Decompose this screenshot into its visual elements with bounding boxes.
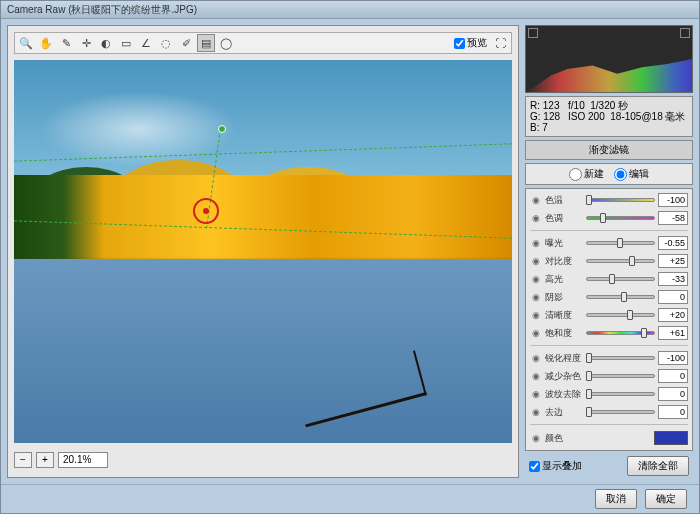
mode-radios: 新建 编辑: [525, 163, 693, 185]
tint-label: 色调: [545, 212, 583, 225]
panel-title: 渐变滤镜: [525, 140, 693, 160]
eye-icon[interactable]: ◉: [530, 194, 542, 206]
cancel-button[interactable]: 取消: [595, 489, 637, 509]
eye-icon[interactable]: ◉: [530, 432, 542, 444]
photo-canvas: [14, 60, 512, 443]
zoom-bar: − + 20.1%: [14, 449, 512, 471]
preview-checkbox[interactable]: 预览: [454, 36, 487, 50]
radio-new[interactable]: 新建: [569, 167, 604, 181]
temp-slider[interactable]: [586, 194, 655, 206]
eye-icon[interactable]: ◉: [530, 309, 542, 321]
image-preview[interactable]: [14, 60, 512, 443]
zoom-tool-icon[interactable]: 🔍: [17, 34, 35, 52]
sharpness-slider[interactable]: [586, 352, 655, 364]
content-area: 🔍 ✋ ✎ ✛ ◐ ▭ ∠ ◌ ✐ ▤ ◯ 预览 ⛶ − + 20.1%: [1, 19, 699, 484]
eye-icon[interactable]: ◉: [530, 388, 542, 400]
saturation-label: 饱和度: [545, 327, 583, 340]
moire-label: 波纹去除: [545, 388, 583, 401]
contrast-label: 对比度: [545, 255, 583, 268]
temp-value[interactable]: -100: [658, 193, 688, 207]
eye-icon[interactable]: ◉: [530, 237, 542, 249]
contrast-value[interactable]: +25: [658, 254, 688, 268]
camera-raw-window: Camera Raw (秋日暖阳下的缤纷世界.JPG) 🔍 ✋ ✎ ✛ ◐ ▭ …: [0, 0, 700, 514]
toolbar: 🔍 ✋ ✎ ✛ ◐ ▭ ∠ ◌ ✐ ▤ ◯ 预览 ⛶: [14, 32, 512, 54]
eye-icon[interactable]: ◉: [530, 255, 542, 267]
white-balance-tool-icon[interactable]: ✎: [57, 34, 75, 52]
preview-label: 预览: [467, 36, 487, 50]
clarity-label: 清晰度: [545, 309, 583, 322]
eye-icon[interactable]: ◉: [530, 212, 542, 224]
left-panel: 🔍 ✋ ✎ ✛ ◐ ▭ ∠ ◌ ✐ ▤ ◯ 预览 ⛶ − + 20.1%: [7, 25, 519, 478]
exposure-value[interactable]: -0.55: [658, 236, 688, 250]
eye-icon[interactable]: ◉: [530, 273, 542, 285]
noise-value[interactable]: 0: [658, 369, 688, 383]
contrast-slider[interactable]: [586, 255, 655, 267]
shadows-slider[interactable]: [586, 291, 655, 303]
crop-tool-icon[interactable]: ▭: [117, 34, 135, 52]
defringe-label: 去边: [545, 406, 583, 419]
eye-icon[interactable]: ◉: [530, 327, 542, 339]
saturation-slider[interactable]: [586, 327, 655, 339]
moire-value[interactable]: 0: [658, 387, 688, 401]
temp-label: 色温: [545, 194, 583, 207]
defringe-value[interactable]: 0: [658, 405, 688, 419]
eye-icon[interactable]: ◉: [530, 406, 542, 418]
eye-icon[interactable]: ◉: [530, 291, 542, 303]
moire-slider[interactable]: [586, 388, 655, 400]
spot-removal-tool-icon[interactable]: ◌: [157, 34, 175, 52]
fullscreen-icon[interactable]: ⛶: [491, 34, 509, 52]
straighten-tool-icon[interactable]: ∠: [137, 34, 155, 52]
shadow-clip-icon[interactable]: [528, 28, 538, 38]
exposure-slider[interactable]: [586, 237, 655, 249]
highlights-label: 高光: [545, 273, 583, 286]
zoom-in-button[interactable]: +: [36, 452, 54, 468]
graduated-filter-tool-icon[interactable]: ▤: [197, 34, 215, 52]
defringe-slider[interactable]: [586, 406, 655, 418]
exposure-label: 曝光: [545, 237, 583, 250]
highlight-clip-icon[interactable]: [680, 28, 690, 38]
highlights-value[interactable]: -33: [658, 272, 688, 286]
zoom-out-button[interactable]: −: [14, 452, 32, 468]
radio-edit[interactable]: 编辑: [614, 167, 649, 181]
eye-icon[interactable]: ◉: [530, 370, 542, 382]
color-swatch[interactable]: [654, 431, 688, 445]
tint-value[interactable]: -58: [658, 211, 688, 225]
noise-slider[interactable]: [586, 370, 655, 382]
highlights-slider[interactable]: [586, 273, 655, 285]
window-title: Camera Raw (秋日暖阳下的缤纷世界.JPG): [1, 1, 699, 19]
noise-label: 减少杂色: [545, 370, 583, 383]
clarity-slider[interactable]: [586, 309, 655, 321]
hand-tool-icon[interactable]: ✋: [37, 34, 55, 52]
brush-tool-icon[interactable]: ✐: [177, 34, 195, 52]
sharpness-value[interactable]: -100: [658, 351, 688, 365]
info-readout: R: 123 G: 128 B: 7 f/10 1/320 秒 ISO 200 …: [525, 96, 693, 137]
overlay-row: 显示叠加 清除全部: [525, 454, 693, 478]
tint-slider[interactable]: [586, 212, 655, 224]
ok-button[interactable]: 确定: [645, 489, 687, 509]
sliders-panel: ◉色温-100 ◉色调-58 ◉曝光-0.55 ◉对比度+25 ◉高光-33 ◉…: [525, 188, 693, 451]
saturation-value[interactable]: +61: [658, 326, 688, 340]
zoom-value[interactable]: 20.1%: [58, 452, 108, 468]
show-overlay-checkbox[interactable]: 显示叠加: [529, 459, 582, 473]
histogram[interactable]: [525, 25, 693, 93]
color-sampler-tool-icon[interactable]: ✛: [77, 34, 95, 52]
clarity-value[interactable]: +20: [658, 308, 688, 322]
shadows-value[interactable]: 0: [658, 290, 688, 304]
radial-filter-tool-icon[interactable]: ◯: [217, 34, 235, 52]
gradient-pin-active[interactable]: [193, 198, 219, 224]
sharpness-label: 锐化程度: [545, 352, 583, 365]
right-panel: R: 123 G: 128 B: 7 f/10 1/320 秒 ISO 200 …: [525, 25, 693, 478]
eye-icon[interactable]: ◉: [530, 352, 542, 364]
color-label: 颜色: [545, 432, 583, 445]
clear-all-button[interactable]: 清除全部: [627, 456, 689, 476]
shadows-label: 阴影: [545, 291, 583, 304]
targeted-adjust-tool-icon[interactable]: ◐: [97, 34, 115, 52]
footer: 取消 确定: [1, 484, 699, 513]
